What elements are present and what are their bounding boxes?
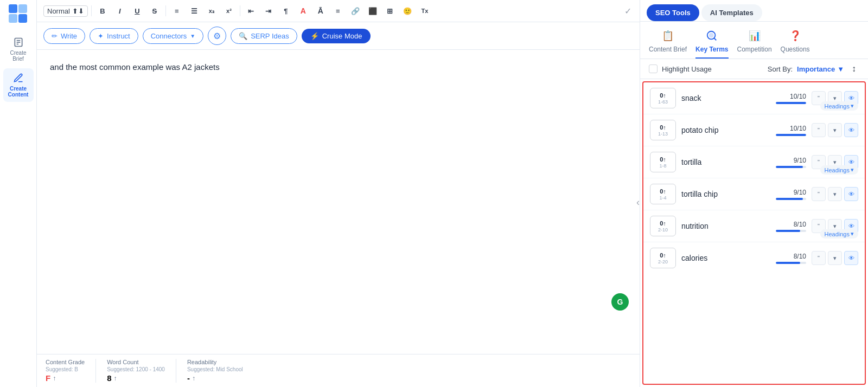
sort-select[interactable]: Importance ▼ (797, 65, 844, 73)
expand-button[interactable]: ▾ (828, 187, 842, 201)
right-top-tabs: SEO Tools AI Templates (640, 0, 868, 22)
cruise-mode-button[interactable]: ⚡ Cruise Mode (302, 29, 371, 43)
quote-button[interactable]: " (812, 251, 826, 265)
expand-button[interactable]: ▾ (828, 251, 842, 265)
score-badge: 0↑ 2-20 (650, 248, 676, 268)
sidebar-item-create-brief[interactable]: Create Brief (3, 33, 34, 66)
write-button[interactable]: ✏ Write (43, 28, 85, 44)
wordcount-arrow-icon: ↑ (114, 375, 117, 382)
italic-button[interactable]: I (112, 3, 127, 18)
score-badge: 0↑ 1-8 (650, 152, 676, 172)
score-bar-bg (776, 166, 806, 168)
score-range: 1-4 (659, 195, 666, 201)
underline-button[interactable]: U (130, 3, 145, 18)
table-button[interactable]: ⊞ (382, 3, 398, 18)
nav-competition[interactable]: 📊 Competition (737, 28, 772, 59)
readability-value: - (187, 373, 190, 383)
wordcount-label: Word Count (107, 359, 165, 365)
seo-tools-tab[interactable]: SEO Tools (647, 4, 699, 21)
resize-handle[interactable]: ‹› (636, 196, 640, 208)
indent-right-button[interactable]: ⇥ (261, 3, 276, 18)
headings-badge[interactable]: Headings▾ (820, 229, 858, 238)
grammarly-button[interactable]: G (611, 293, 629, 311)
font-color-button[interactable]: A (296, 3, 311, 18)
quote-button[interactable]: " (812, 187, 826, 201)
emoji-button[interactable]: 🙂 (400, 3, 415, 18)
nav-content-brief[interactable]: 📋 Content Brief (649, 28, 687, 59)
toolbar-divider-3 (240, 5, 240, 16)
eye-button[interactable]: 👁 (844, 251, 858, 265)
sort-order-icon[interactable]: ↕ (848, 63, 859, 74)
gear-icon: ⚙ (213, 31, 221, 41)
format-select[interactable]: Normal ⬆⬇ (43, 5, 88, 17)
questions-label: Questions (781, 46, 810, 53)
sidebar-create-brief-label: Create Brief (10, 50, 26, 62)
toolbar-divider-2 (165, 5, 166, 16)
eye-button[interactable]: 👁 (844, 123, 858, 137)
wordcount-value: 8 (107, 373, 111, 383)
keyword-row: 0↑ 1-4 tortilla chip 9/10 " ▾ 👁 (643, 178, 865, 210)
ol-button[interactable]: ≡ (169, 3, 184, 18)
image-button[interactable]: ⬛ (365, 3, 380, 18)
link-button[interactable]: 🔗 (348, 3, 363, 18)
app-logo (9, 4, 28, 24)
ai-templates-tab[interactable]: AI Templates (701, 4, 762, 21)
content-grade-stat: Content Grade Suggested: B F ↑ (46, 359, 96, 383)
score-bar-bg (776, 134, 806, 136)
competition-label: Competition (737, 46, 772, 53)
ul-button[interactable]: ☰ (187, 3, 202, 18)
align-button[interactable]: ≡ (330, 3, 346, 18)
quote-button[interactable]: " (812, 123, 826, 137)
readability-stat: Readability Suggested: Mid School - ↑ (176, 359, 254, 383)
settings-button[interactable]: ⚙ (208, 27, 226, 45)
strikethrough-button[interactable]: S (147, 3, 162, 18)
indent-left-button[interactable]: ⇤ (244, 3, 259, 18)
score-count: 0↑ (660, 252, 666, 259)
nav-questions[interactable]: ❓ Questions (781, 28, 810, 59)
competition-icon: 📊 (747, 28, 762, 43)
toolbar-check-icon: ✓ (622, 5, 633, 16)
right-nav: 📋 Content Brief Key Terms 📊 Competition … (640, 22, 868, 59)
word-count-stat: Word Count Suggested: 1200 - 1400 8 ↑ (96, 359, 176, 383)
keyword-name: snack (681, 94, 768, 102)
serp-ideas-button[interactable]: 🔍 SERP Ideas (231, 28, 297, 44)
keywords-list: 0↑ 1-63 snack 10/10 " ▾ 👁 Headings▾ 0↑ 1… (642, 81, 866, 385)
editor-toolbar: Normal ⬆⬇ B I U S ≡ ☰ x₂ x² ⇤ ⇥ ¶ A Ā ≡ … (37, 0, 640, 22)
expand-button[interactable]: ▾ (828, 123, 842, 137)
lightning-icon: ⚡ (310, 32, 319, 40)
instruct-button[interactable]: ✦ Instruct (90, 28, 138, 44)
sort-by-label: Sort By: (768, 65, 793, 73)
editor-area[interactable]: and the most common example was A2 jacke… (37, 50, 640, 354)
sidebar-item-create-content[interactable]: Create Content (3, 68, 34, 102)
left-sidebar: Create Brief Create Content (0, 0, 37, 387)
highlight-button[interactable]: Ā (313, 3, 328, 18)
score-count: 0↑ (660, 124, 666, 131)
score-fraction: 10/10 (790, 93, 806, 100)
keyword-name: tortilla (681, 158, 768, 166)
highlight-checkbox[interactable] (649, 64, 658, 73)
keyword-name: potato chip (681, 126, 768, 134)
grade-label: Content Grade (46, 359, 85, 365)
keyword-name: nutrition (681, 222, 768, 230)
clear-format-button[interactable]: Tx (417, 3, 432, 18)
connectors-button[interactable]: Connectors ▼ (143, 28, 203, 44)
svg-rect-1 (18, 4, 27, 13)
subscript-button[interactable]: x₂ (204, 3, 219, 18)
keyword-actions: " ▾ 👁 (812, 123, 858, 137)
paragraph-button[interactable]: ¶ (278, 3, 293, 18)
editor-content[interactable]: and the most common example was A2 jacke… (50, 61, 627, 74)
chevron-down-icon: ▾ (851, 166, 854, 173)
eye-button[interactable]: 👁 (844, 187, 858, 201)
headings-badge[interactable]: Headings▾ (820, 165, 858, 175)
superscript-button[interactable]: x² (221, 3, 237, 18)
bold-button[interactable]: B (95, 3, 110, 18)
readability-arrow-icon: ↑ (192, 375, 195, 382)
key-terms-label: Key Terms (695, 46, 728, 53)
score-range: 1-63 (658, 99, 668, 105)
score-range: 2-20 (658, 259, 668, 265)
score-bar-fill (776, 198, 803, 200)
highlight-bar: Highlight Usage Sort By: Importance ▼ ↕ (640, 59, 868, 79)
nav-key-terms[interactable]: Key Terms (695, 28, 728, 59)
grade-suggested: Suggested: B (46, 366, 85, 372)
headings-badge[interactable]: Headings▾ (820, 101, 858, 111)
